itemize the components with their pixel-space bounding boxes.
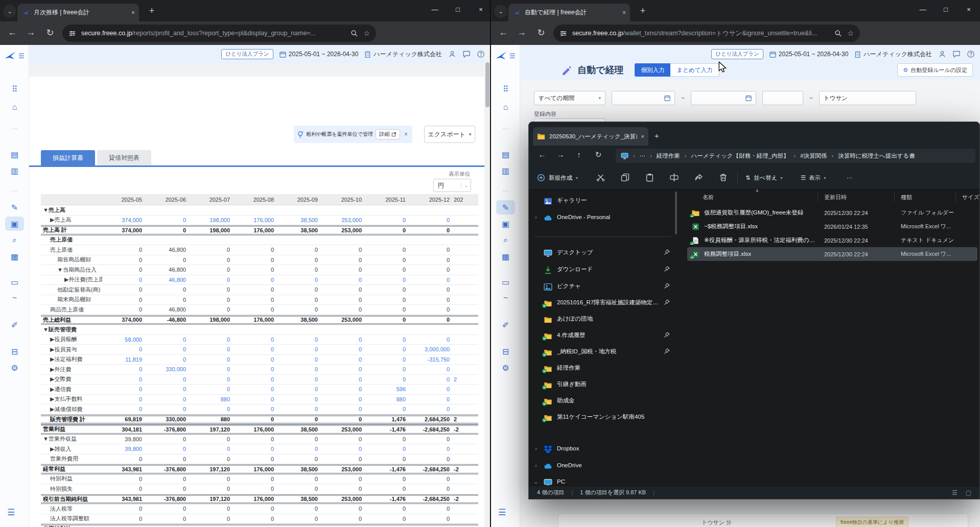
- more-commands-icon[interactable]: ⋯: [847, 171, 853, 185]
- nav-item-4.作成履歴[interactable]: 4.作成履歴: [531, 327, 673, 343]
- nav-item-ギャラリー[interactable]: ギャラリー: [531, 193, 673, 208]
- amount-cell[interactable]: 0: [146, 356, 190, 363]
- file-row[interactable]: 仮想通貨取引履歴(GMO)_freee未登録2025/12/30 22:24ファ…: [687, 206, 977, 220]
- nav-item-引継ぎ動画[interactable]: 引継ぎ動画: [531, 376, 673, 392]
- amount-cell[interactable]: 0: [366, 277, 410, 283]
- amount-cell[interactable]: 0: [146, 386, 190, 392]
- sidebar-item-apps-grid-icon[interactable]: ⠿: [496, 82, 515, 96]
- nav-item-あけぼの団地[interactable]: あけぼの団地: [531, 311, 673, 326]
- sidebar-item-database-icon[interactable]: ⊟: [5, 344, 24, 358]
- amount-cell[interactable]: 46,800: [146, 277, 190, 283]
- refresh-icon[interactable]: ↻: [592, 150, 604, 159]
- amount-cell[interactable]: 0: [234, 376, 278, 382]
- amount-cell[interactable]: 0: [366, 356, 410, 363]
- amount-cell[interactable]: 0: [190, 446, 234, 452]
- file-row[interactable]: 税務調整項目.xlsx2025/12/30 22:24Microsoft Exc…: [687, 247, 977, 261]
- amount-cell[interactable]: 38,500: [278, 217, 322, 223]
- column-header-3[interactable]: サイズ: [956, 193, 979, 202]
- tab-profit-loss[interactable]: 損益計算書: [41, 150, 95, 165]
- amount-cell[interactable]: 0: [102, 406, 146, 412]
- company-name[interactable]: ハーメティック株式会社: [364, 50, 442, 59]
- search-icon[interactable]: [834, 30, 842, 37]
- back-icon[interactable]: ←: [497, 27, 509, 38]
- back-icon[interactable]: ←: [536, 150, 548, 159]
- new-tab-icon[interactable]: +: [655, 131, 659, 140]
- amount-cell[interactable]: 0: [278, 356, 322, 363]
- amount-cell[interactable]: 0: [278, 366, 322, 372]
- nav-scrollbar-thumb[interactable]: [675, 191, 677, 234]
- amount-cell[interactable]: 0: [234, 346, 278, 352]
- breadcrumb-segment[interactable]: 決算時に税理士へ提出する書: [838, 152, 915, 160]
- amount-cell[interactable]: 0: [366, 217, 410, 223]
- amount-cell[interactable]: 596: [366, 386, 410, 392]
- nav-item-第11ケイコーマンション駅南405[interactable]: 第11ケイコーマンション駅南405: [531, 409, 673, 424]
- sidebar-item-receipt-icon[interactable]: ▥: [496, 163, 515, 178]
- amount-from-field[interactable]: [762, 91, 803, 105]
- nav-item-PC[interactable]: ⌄PC: [531, 474, 673, 486]
- sidebar-item-store-icon[interactable]: ⌂: [496, 100, 515, 114]
- share-icon[interactable]: [694, 173, 703, 182]
- amount-cell[interactable]: 11,819: [102, 356, 146, 363]
- amount-cell[interactable]: 0: [146, 446, 190, 452]
- amount-cell[interactable]: 0: [102, 346, 146, 352]
- amount-cell[interactable]: 0: [190, 366, 234, 372]
- explorer-tab[interactable]: 20250530_ハーメティック_決算書類 ×: [533, 127, 648, 146]
- amount-cell[interactable]: 0: [234, 356, 278, 363]
- company-name[interactable]: ハーメティック株式会社: [854, 50, 932, 59]
- nav-item-助成金[interactable]: 助成金: [531, 393, 673, 408]
- chevron-icon[interactable]: ›: [533, 214, 539, 220]
- amount-cell[interactable]: 0: [322, 337, 366, 343]
- account-name[interactable]: ▶減価償却費: [41, 405, 102, 413]
- tab-close-icon[interactable]: ×: [131, 9, 135, 16]
- chat-icon[interactable]: [952, 50, 961, 58]
- reload-icon[interactable]: ↻: [44, 27, 56, 38]
- tune-icon[interactable]: [68, 30, 76, 37]
- amount-cell[interactable]: 0: [190, 337, 234, 343]
- tab-search-button[interactable]: ⌄: [494, 5, 507, 18]
- amount-cell[interactable]: 0: [322, 277, 366, 283]
- details-view-icon[interactable]: ☰: [952, 489, 958, 496]
- nav-item-ダウンロード[interactable]: ダウンロード: [531, 261, 673, 277]
- sidebar-item-search-icon[interactable]: ⌕: [5, 233, 24, 247]
- column-header-1[interactable]: 更新日時: [818, 193, 895, 202]
- file-row[interactable]: ※役員報酬・源泉所得税・法定福利費の仕...2025/12/30 22:24テキ…: [687, 233, 977, 247]
- new-item-button[interactable]: 新規作成 ▾: [537, 171, 578, 185]
- bottom-menu-icon[interactable]: ☰: [7, 507, 15, 518]
- amount-cell[interactable]: 0: [410, 386, 454, 392]
- view-button[interactable]: ☰表示▾: [801, 171, 826, 185]
- nav-item-経理作業[interactable]: 経理作業: [531, 360, 673, 375]
- sidebar-item-receipt-icon[interactable]: ▥: [5, 163, 24, 178]
- account-name[interactable]: ▶役員賞与: [41, 346, 102, 353]
- sidebar-item-card-icon[interactable]: ▭: [5, 275, 24, 289]
- browser-tab[interactable]: 自動で経理 | freee会計 ×: [508, 4, 630, 21]
- fiscal-period[interactable]: 2025-05-01 ~ 2026-04-30: [279, 51, 358, 58]
- account-name[interactable]: ▶役員報酬: [41, 336, 102, 343]
- address-bar[interactable]: secure.freee.co.jp/reports/profit_and_lo…: [62, 25, 376, 42]
- amount-cell[interactable]: 0: [102, 366, 146, 372]
- amount-cell[interactable]: 0: [234, 396, 278, 402]
- export-button[interactable]: エクスポート▾: [424, 126, 475, 143]
- amount-cell[interactable]: 0: [410, 396, 454, 402]
- amount-cell[interactable]: 0: [234, 446, 278, 452]
- sidebar-item-chart-icon[interactable]: ▦: [496, 249, 515, 264]
- reload-icon[interactable]: ↻: [535, 27, 547, 38]
- banner-close-icon[interactable]: ×: [403, 131, 409, 138]
- nav-item-OneDrive[interactable]: ›OneDrive: [531, 458, 673, 473]
- amount-cell[interactable]: 0: [278, 346, 322, 352]
- toggle-bulk-input[interactable]: まとめて入力: [670, 63, 719, 77]
- sidebar-item-settings-gear-icon[interactable]: ⚙: [496, 361, 515, 375]
- amount-cell[interactable]: 0: [278, 337, 322, 343]
- amount-cell[interactable]: 0: [366, 346, 410, 352]
- sidebar-collapse-icon[interactable]: ☰: [18, 52, 25, 60]
- freee-logo-icon[interactable]: [495, 50, 507, 62]
- amount-cell[interactable]: 0: [322, 356, 366, 363]
- account-icon[interactable]: [938, 50, 946, 58]
- description-filter-field[interactable]: トウサン: [819, 91, 916, 105]
- amount-cell[interactable]: 0: [190, 346, 234, 352]
- toggle-individual-input[interactable]: 個別入力: [635, 63, 670, 77]
- paste-icon[interactable]: [645, 173, 654, 182]
- breadcrumb[interactable]: ›⋯›経理作業›ハーメティック【財務・経理_内部】›#決算関係›決算時に税理士へ…: [616, 149, 975, 163]
- sidebar-item-pen-alt-icon[interactable]: ✐: [5, 318, 24, 332]
- copy-icon[interactable]: [621, 173, 629, 182]
- account-name[interactable]: ▶法定福利費: [41, 355, 102, 363]
